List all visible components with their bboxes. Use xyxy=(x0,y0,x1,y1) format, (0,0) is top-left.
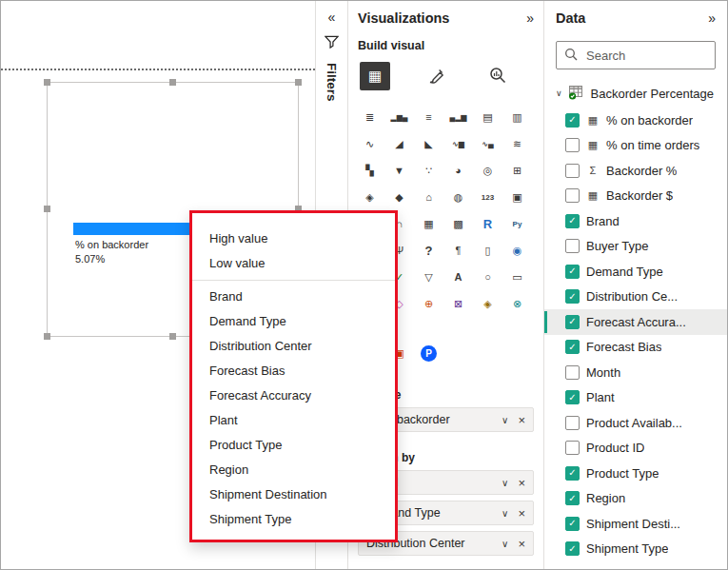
stacked-column-chart-icon[interactable]: ▂▆▄ xyxy=(387,106,411,129)
line-chart-icon[interactable]: ∿ xyxy=(358,132,382,156)
custom-visual-icon-4[interactable]: ◈ xyxy=(476,292,500,316)
table-node[interactable]: ∨ Backorder Percentage xyxy=(556,81,716,106)
data-field-row[interactable]: ✓ Shipment Desti... xyxy=(544,511,727,537)
data-field-row[interactable]: ✓ Month xyxy=(544,360,727,385)
power-automate-icon[interactable]: P xyxy=(417,342,441,365)
context-menu-item[interactable]: Shipment Type xyxy=(192,507,395,532)
map-icon[interactable]: ◈ xyxy=(358,186,382,209)
data-field-row[interactable]: ✓ Product ID xyxy=(544,436,727,462)
treemap-icon[interactable]: ⊞ xyxy=(505,159,529,183)
scatter-chart-icon[interactable]: ∵ xyxy=(417,159,441,183)
context-menu-item[interactable]: High value xyxy=(192,226,395,251)
chevron-down-icon[interactable]: ∨ xyxy=(502,539,508,549)
remove-field-icon[interactable]: × xyxy=(518,506,525,521)
data-field-row[interactable]: ✓ ▦ % on time orders xyxy=(544,133,727,159)
data-field-row[interactable]: ✓ Forecast Accura... xyxy=(544,309,727,335)
line-clustered-column-chart-icon[interactable]: ∿▄ xyxy=(476,132,500,156)
button-icon[interactable]: ▭ xyxy=(505,265,529,289)
context-menu-item[interactable]: Region xyxy=(192,458,395,482)
donut-chart-icon[interactable]: ◎ xyxy=(476,159,500,183)
data-field-row[interactable]: ✓ Forecast Bias xyxy=(544,335,727,361)
field-checkbox[interactable]: ✓ xyxy=(565,541,580,556)
data-field-row[interactable]: ✓ Demand Type xyxy=(544,259,727,285)
field-checkbox[interactable]: ✓ xyxy=(565,416,580,430)
ribbon-chart-icon[interactable]: ≋ xyxy=(505,132,529,156)
remove-field-icon[interactable]: × xyxy=(518,413,525,427)
context-menu-item[interactable]: Shipment Destination xyxy=(192,482,395,507)
field-checkbox[interactable]: ✓ xyxy=(565,239,580,253)
filled-map-icon[interactable]: ◆ xyxy=(387,186,411,209)
chevron-down-icon[interactable]: ∨ xyxy=(502,415,508,425)
custom-visual-icon-2[interactable]: ⊕ xyxy=(417,292,441,316)
text-box-icon[interactable]: A xyxy=(446,265,470,289)
field-checkbox[interactable]: ✓ xyxy=(565,466,580,481)
remove-field-icon[interactable]: × xyxy=(518,476,525,490)
field-checkbox[interactable]: ✓ xyxy=(565,340,580,354)
resize-handle[interactable] xyxy=(44,206,50,212)
field-checkbox[interactable]: ✓ xyxy=(565,441,580,455)
resize-handle[interactable] xyxy=(44,79,50,86)
data-field-row[interactable]: ✓ Product Type xyxy=(544,461,727,486)
field-checkbox[interactable]: ✓ xyxy=(565,517,580,531)
field-checkbox[interactable]: ✓ xyxy=(565,289,580,304)
context-menu-item[interactable]: Distribution Center xyxy=(192,334,395,359)
context-menu-item[interactable]: Plant xyxy=(192,408,395,433)
field-checkbox[interactable]: ✓ xyxy=(565,164,580,178)
stacked-bar-chart-icon[interactable]: ≣ xyxy=(358,106,382,129)
azure-map-icon[interactable]: ◍ xyxy=(446,186,470,209)
chevron-down-icon[interactable]: ∨ xyxy=(502,508,508,519)
collapse-table-chevron-icon[interactable]: ∨ xyxy=(556,88,562,98)
multi-row-card-icon[interactable]: ▣ xyxy=(505,186,529,209)
custom-visual-icon-3[interactable]: ⊠ xyxy=(446,292,470,316)
data-field-row[interactable]: ✓ ▦ % on backorder xyxy=(544,108,727,133)
funnel-chart-icon[interactable]: ▼ xyxy=(387,159,411,183)
analytics-tab[interactable] xyxy=(482,62,513,90)
waterfall-chart-icon[interactable]: ▚ xyxy=(358,159,382,183)
data-field-row[interactable]: ✓ ▦ Backorder $ xyxy=(544,184,727,209)
stacked-area-chart-icon[interactable]: ◣ xyxy=(417,132,441,156)
collapse-visualizations-icon[interactable]: » xyxy=(526,11,534,25)
r-script-icon[interactable]: R xyxy=(476,212,500,236)
data-field-row[interactable]: ✓ Σ Backorder % xyxy=(544,158,727,184)
decomposition-tree-root-bar[interactable] xyxy=(73,223,194,235)
matrix-icon[interactable]: ▩ xyxy=(446,212,470,236)
context-menu-item[interactable]: Demand Type xyxy=(192,309,395,334)
card-icon[interactable]: 123 xyxy=(476,186,500,209)
resize-handle[interactable] xyxy=(169,79,176,86)
field-checkbox[interactable]: ✓ xyxy=(565,265,580,279)
python-icon[interactable]: Py xyxy=(505,212,529,236)
data-field-row[interactable]: ✓ Shipment Type xyxy=(544,537,727,562)
smart-narrative-icon[interactable]: ¶ xyxy=(446,239,470,263)
line-stacked-column-chart-icon[interactable]: ∿▆ xyxy=(446,132,470,156)
chevron-down-icon[interactable]: ∨ xyxy=(502,478,508,488)
data-field-row[interactable]: ✓ Region xyxy=(544,486,727,512)
data-field-row[interactable]: ✓ Product Availab... xyxy=(544,410,727,436)
data-field-row[interactable]: ✓ Brand xyxy=(544,208,727,234)
arcgis-map-icon[interactable]: ◉ xyxy=(505,239,529,263)
filter-funnel-icon[interactable] xyxy=(325,35,339,51)
data-field-row[interactable]: ✓ Distribution Ce... xyxy=(544,285,727,310)
100-stacked-bar-chart-icon[interactable]: ▤ xyxy=(476,106,500,129)
resize-handle[interactable] xyxy=(44,333,50,340)
context-menu-item[interactable]: Forecast Bias xyxy=(192,359,395,383)
field-checkbox[interactable]: ✓ xyxy=(565,315,580,329)
100-stacked-column-chart-icon[interactable]: ▥ xyxy=(505,106,529,129)
build-visual-tab[interactable]: ▦ xyxy=(360,62,390,90)
slicer-icon[interactable]: ▽ xyxy=(417,265,441,289)
data-field-row[interactable]: ✓ Plant xyxy=(544,385,727,411)
field-checkbox[interactable]: ✓ xyxy=(565,390,580,404)
search-input[interactable] xyxy=(584,48,707,64)
field-checkbox[interactable]: ✓ xyxy=(565,365,580,380)
resize-handle[interactable] xyxy=(295,79,302,86)
context-menu-item[interactable]: Brand xyxy=(192,285,395,309)
custom-visual-icon-5[interactable]: ⊗ xyxy=(505,292,529,316)
shape-map-icon[interactable]: ⌂ xyxy=(417,186,441,209)
context-menu-item[interactable]: Product Type xyxy=(192,433,395,458)
data-field-row[interactable]: ✓ Buyer Type xyxy=(544,234,727,260)
pie-chart-icon[interactable]: ◕ xyxy=(446,159,470,183)
field-checkbox[interactable]: ✓ xyxy=(565,214,580,228)
context-menu-item[interactable]: Forecast Accuracy xyxy=(192,383,395,408)
clustered-column-chart-icon[interactable]: ▄▂▆ xyxy=(446,106,470,129)
collapse-data-pane-icon[interactable]: » xyxy=(708,11,716,25)
resize-handle[interactable] xyxy=(169,333,176,340)
